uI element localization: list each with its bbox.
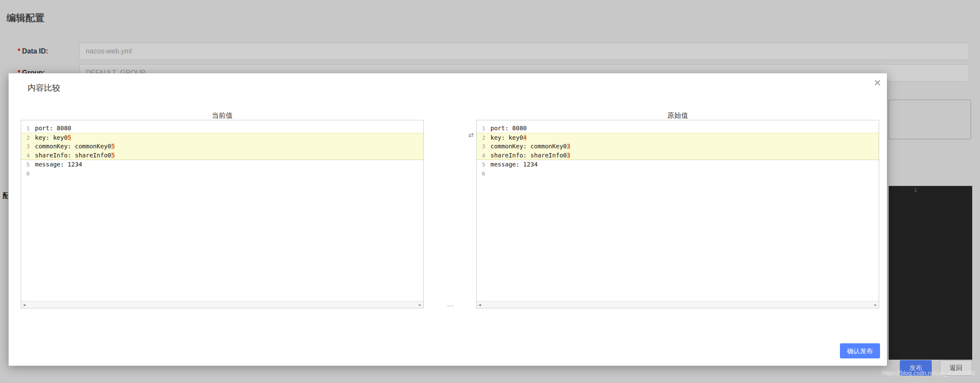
- line-number: 4: [21, 151, 32, 160]
- current-value-header: 当前值: [21, 111, 424, 120]
- dialog-title: 内容比较: [28, 82, 60, 94]
- line-text: key: key04: [488, 133, 527, 142]
- code-line: 1 port: 8080: [21, 124, 423, 133]
- code-line: 6: [21, 169, 423, 178]
- line-text: port: 8080: [488, 124, 527, 133]
- line-number: 3: [477, 142, 488, 151]
- scroll-left-icon[interactable]: ◄: [478, 302, 481, 307]
- line-number: 5: [21, 160, 32, 169]
- diff-editor-current[interactable]: 1 port: 8080 2 key: key05 3 commonKey: c…: [21, 120, 424, 308]
- confirm-publish-button[interactable]: 确认发布: [840, 343, 880, 358]
- watermark: https://blog.csdn.net/qq_41920650: [882, 370, 975, 377]
- line-number: 6: [477, 169, 488, 178]
- changed-text: 5: [111, 143, 115, 150]
- close-icon[interactable]: ×: [874, 77, 881, 89]
- line-number: 5: [477, 160, 488, 169]
- code-area: 1 port: 8080 2 key: key05 3 commonKey: c…: [21, 120, 423, 301]
- scroll-left-icon[interactable]: ◄: [23, 302, 25, 307]
- changed-text: 3: [567, 152, 570, 159]
- content-comparison-dialog: 内容比较 × 当前值 原始值 1 port: 8080 2 key: key05…: [9, 73, 887, 366]
- code-line: 3 commonKey: commonKey03: [477, 142, 879, 151]
- line-text: shareInfo: shareInfo03: [488, 151, 570, 160]
- line-text: [32, 169, 35, 178]
- line-number: 2: [477, 133, 488, 142]
- code-line: 2 key: key04: [477, 133, 879, 142]
- line-number: 1: [477, 124, 488, 133]
- code-line: 2 key: key05: [21, 133, 423, 142]
- line-number: 2: [21, 133, 32, 142]
- line-text: message: 1234: [488, 160, 538, 169]
- scroll-right-icon[interactable]: ►: [874, 302, 877, 307]
- changed-text: 3: [567, 143, 570, 150]
- code-line: 3 commonKey: commonKey05: [21, 142, 423, 151]
- original-value-header: 原始值: [476, 111, 879, 120]
- screen: 编辑配置 *Data ID: nacos-web.yml *Group: DEF…: [0, 0, 980, 383]
- code-line: 5 message: 1234: [21, 160, 423, 169]
- code-area: 1 port: 8080 2 key: key04 3 commonKey: c…: [477, 120, 879, 301]
- code-line: 4 shareInfo: shareInfo03: [477, 151, 879, 160]
- line-text: message: 1234: [32, 160, 82, 169]
- changed-text: 5: [111, 152, 115, 159]
- line-text: commonKey: commonKey03: [488, 142, 570, 151]
- code-line: 6: [477, 169, 879, 178]
- diff-editor-original[interactable]: 1 port: 8080 2 key: key04 3 commonKey: c…: [476, 120, 879, 308]
- pane-headers: 当前值 原始值: [21, 111, 879, 120]
- header-gap: [424, 111, 476, 120]
- line-text: [488, 169, 490, 178]
- line-number: 6: [21, 169, 32, 178]
- line-text: port: 8080: [32, 124, 71, 133]
- scroll-right-icon[interactable]: ►: [419, 302, 421, 307]
- line-number: 4: [477, 151, 488, 160]
- code-line: 1 port: 8080: [477, 124, 879, 133]
- code-line: 5 message: 1234: [477, 160, 879, 169]
- line-text: key: key05: [32, 133, 71, 142]
- changed-text: 4: [523, 134, 527, 141]
- scroll-lock-icon[interactable]: →←: [446, 302, 454, 308]
- horizontal-scrollbar[interactable]: ◄ ►: [477, 301, 879, 308]
- line-number: 1: [21, 124, 32, 133]
- horizontal-scrollbar[interactable]: ◄ ►: [21, 301, 423, 308]
- changed-text: 5: [68, 134, 71, 141]
- code-line: 4 shareInfo: shareInfo05: [21, 151, 423, 160]
- merge-gap: ⇄ →←: [424, 120, 476, 308]
- line-text: commonKey: commonKey05: [32, 142, 115, 151]
- line-text: shareInfo: shareInfo05: [32, 151, 115, 160]
- line-number: 3: [21, 142, 32, 151]
- copy-chunk-icon[interactable]: ⇄: [468, 131, 474, 139]
